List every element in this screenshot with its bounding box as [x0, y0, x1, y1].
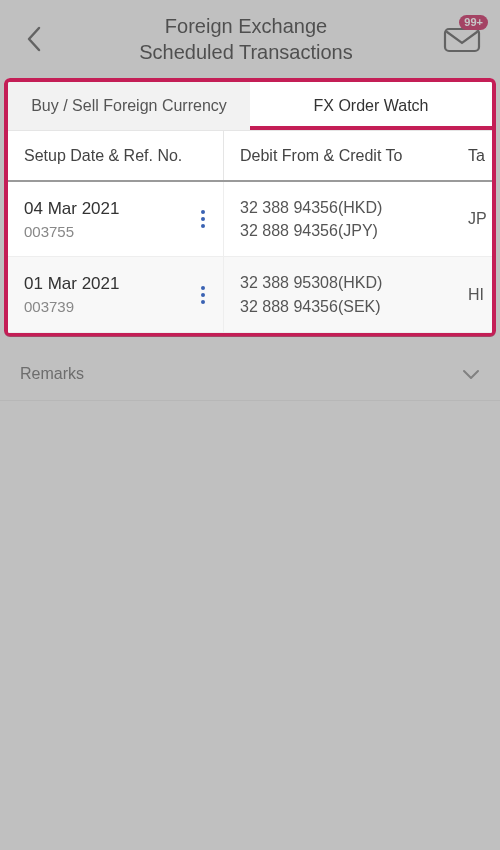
row-target: HI — [468, 257, 492, 331]
fx-order-watch-highlight: Buy / Sell Foreign Currency FX Order Wat… — [4, 78, 496, 337]
tab-buy-sell[interactable]: Buy / Sell Foreign Currency — [8, 82, 250, 130]
inbox-button[interactable]: 99+ — [440, 21, 484, 57]
tab-buy-sell-label: Buy / Sell Foreign Currency — [31, 97, 227, 115]
row-ref: 003755 — [24, 223, 119, 240]
row-credit-to: 32 888 94356(JPY) — [240, 219, 460, 242]
row-menu-button[interactable] — [191, 280, 215, 310]
back-button[interactable] — [16, 21, 52, 57]
svg-rect-0 — [445, 29, 479, 51]
col-header-target: Ta — [468, 131, 492, 180]
tab-fx-watch-label: FX Order Watch — [314, 97, 429, 115]
row-menu-button[interactable] — [191, 204, 215, 234]
row-date: 04 Mar 2021 — [24, 199, 119, 219]
row-target: JP — [468, 182, 492, 256]
chevron-down-icon — [462, 368, 480, 380]
inbox-badge: 99+ — [459, 15, 488, 30]
table-row[interactable]: 04 Mar 2021 003755 32 388 94356(HKD) 32 … — [8, 182, 492, 257]
col-header-debit: Debit From & Credit To — [224, 131, 468, 180]
row-debit-from: 32 388 95308(HKD) — [240, 271, 460, 294]
chevron-left-icon — [25, 25, 43, 53]
row-ref: 003739 — [24, 298, 119, 315]
row-debit-from: 32 388 94356(HKD) — [240, 196, 460, 219]
page-title: Foreign Exchange Scheduled Transactions — [52, 13, 440, 65]
table-row[interactable]: 01 Mar 2021 003739 32 388 95308(HKD) 32 … — [8, 257, 492, 332]
remarks-toggle[interactable]: Remarks — [0, 349, 500, 401]
tab-fx-order-watch[interactable]: FX Order Watch — [250, 82, 492, 130]
col-header-setup: Setup Date & Ref. No. — [8, 131, 224, 180]
row-date: 01 Mar 2021 — [24, 274, 119, 294]
row-credit-to: 32 888 94356(SEK) — [240, 295, 460, 318]
remarks-label: Remarks — [20, 365, 84, 383]
table-header: Setup Date & Ref. No. Debit From & Credi… — [8, 130, 492, 182]
